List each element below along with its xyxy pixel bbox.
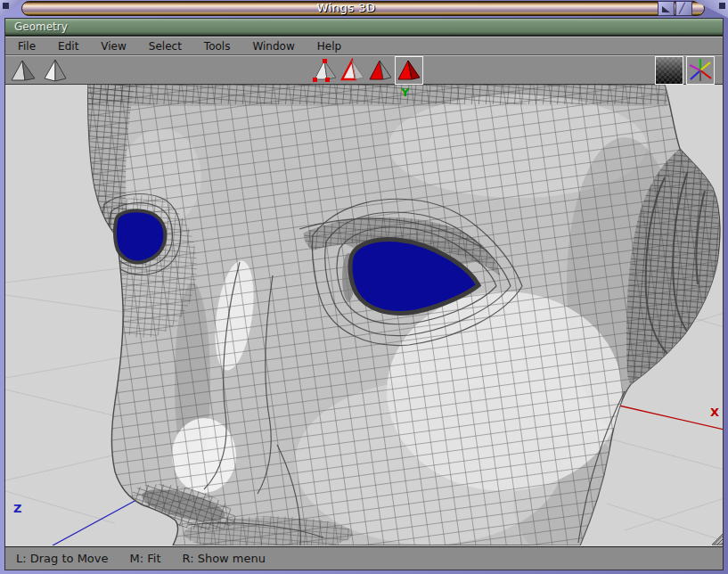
menu-file[interactable]: File — [18, 38, 36, 54]
body-select-button[interactable] — [396, 57, 422, 84]
shade-triangle-icon — [662, 6, 670, 12]
z-axis-label: Z — [13, 502, 21, 515]
window-restore-button[interactable]: ╱ — [675, 1, 692, 16]
menu-bar: File Edit View Select Tools Window Help — [5, 37, 723, 55]
menu-view[interactable]: View — [101, 38, 126, 54]
wings3d-window: Wings 3D ╱ Geometry File Edit View Selec… — [0, 0, 728, 574]
restore-slash-icon: ╱ — [679, 3, 685, 14]
menu-tools[interactable]: Tools — [204, 38, 231, 54]
shade-flat-pyramid-icon[interactable] — [10, 57, 37, 84]
window-menu-icon — [3, 3, 9, 9]
window-titlebar[interactable]: Wings 3D ╱ — [0, 0, 728, 18]
ground-plane-frame — [655, 56, 683, 85]
face-select-button[interactable] — [367, 57, 394, 84]
body-select-selected-frame — [395, 56, 423, 85]
vertex-select-button[interactable] — [312, 57, 339, 84]
status-hint-right: R: Show menu — [183, 552, 266, 565]
axes-toggle-button[interactable] — [687, 57, 714, 84]
window-title: Wings 3D — [0, 1, 692, 14]
geometry-window-titlebar[interactable]: Geometry — [5, 19, 723, 37]
menu-edit[interactable]: Edit — [58, 38, 78, 54]
status-hint-left: L: Drag to Move — [16, 552, 109, 565]
status-hint-middle: M: Fit — [130, 552, 161, 565]
resize-corner-icon — [719, 3, 725, 9]
shade-smooth-pyramid-icon[interactable] — [42, 57, 69, 84]
edge-select-button[interactable] — [339, 57, 366, 84]
menu-window[interactable]: Window — [252, 38, 294, 54]
menu-help[interactable]: Help — [317, 38, 341, 54]
status-bar: L: Drag to Move M: Fit R: Show menu — [5, 546, 723, 570]
menu-select[interactable]: Select — [149, 38, 182, 54]
axes-frame — [686, 56, 715, 85]
geometry-window-title: Geometry — [14, 20, 68, 33]
geometry-viewport[interactable]: X Z — [5, 85, 723, 546]
viewport-canvas: X Z — [5, 85, 723, 545]
left-eye[interactable] — [115, 210, 165, 262]
window-shade-button[interactable] — [658, 1, 675, 16]
x-axis-label: X — [710, 406, 719, 419]
y-axis-label: Y — [400, 86, 410, 99]
toolbar — [5, 55, 723, 85]
ground-plane-toggle-button[interactable] — [656, 57, 683, 84]
